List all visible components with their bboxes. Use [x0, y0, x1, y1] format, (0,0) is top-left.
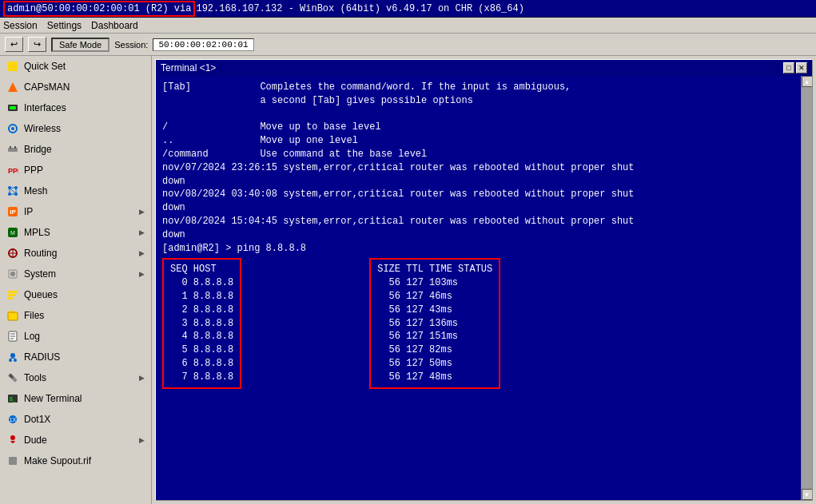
svg-line-41: [10, 358, 13, 359]
sidebar-item-label-tools: Tools: [24, 372, 46, 383]
svg-rect-31: [8, 297, 13, 300]
sidebar-item-new-terminal[interactable]: $_New Terminal: [0, 388, 151, 409]
title-bar: admin@50:00:00:02:00:01 (R2) via 192.168…: [0, 0, 816, 18]
svg-point-40: [14, 359, 17, 362]
safe-mode-button[interactable]: Safe Mode: [51, 38, 109, 52]
mpls-icon: M: [6, 226, 19, 239]
sidebar-item-label-log: Log: [24, 331, 40, 342]
newterminal-icon: $_: [6, 392, 19, 405]
sidebar-item-label-routing: Routing: [24, 248, 57, 259]
sidebar-item-capsman[interactable]: CAPsMAN: [0, 77, 151, 97]
menu-bar: Session Settings Dashboard: [0, 18, 816, 34]
scroll-track[interactable]: [802, 87, 812, 489]
sidebar-item-arrow-mpls: ▶: [139, 228, 145, 236]
terminal-content[interactable]: [Tab] Completes the command/word. If the…: [156, 76, 801, 500]
mesh-icon: [6, 185, 19, 197]
sidebar-item-dot1x[interactable]: 1XDot1X: [0, 409, 151, 430]
sidebar-item-label-ip: IP: [24, 206, 33, 217]
menu-session[interactable]: Session: [3, 20, 38, 31]
ppp-icon: PPP: [6, 164, 19, 177]
main-layout: ⚡Quick SetCAPsMANInterfacesWirelessBridg…: [0, 56, 816, 504]
sidebar-item-label-mpls: MPLS: [24, 227, 50, 238]
sidebar-item-label-wireless: Wireless: [24, 123, 61, 134]
sidebar-item-mesh[interactable]: Mesh: [0, 181, 151, 201]
sidebar-item-label-capsman: CAPsMAN: [24, 81, 70, 93]
terminal-title: Terminal <1>: [161, 62, 216, 73]
system-icon: [6, 268, 19, 280]
sidebar-item-radius[interactable]: RADIUS: [0, 347, 151, 367]
svg-point-6: [11, 127, 14, 130]
sidebar-item-ppp[interactable]: PPPPPP: [0, 160, 151, 181]
sidebar-item-queues[interactable]: Queues: [0, 284, 151, 305]
queues-icon: [6, 288, 19, 301]
svg-text:M: M: [10, 230, 15, 236]
terminal-window: Terminal <1> □ ✕ [Tab] Completes the com…: [155, 59, 813, 501]
sidebar-item-arrow-ip: ▶: [139, 208, 145, 216]
terminal-scrollbar[interactable]: ▲ ▼: [801, 76, 812, 500]
back-button[interactable]: ↩: [5, 37, 23, 52]
terminal-area: Terminal <1> □ ✕ [Tab] Completes the com…: [152, 56, 816, 504]
sidebar-item-make-support[interactable]: Make Supout.rif: [0, 450, 151, 471]
ip-icon: IP: [6, 205, 19, 218]
sidebar-item-wireless[interactable]: Wireless: [0, 118, 151, 139]
svg-point-28: [10, 272, 15, 276]
log-icon: [6, 330, 19, 343]
sidebar-item-ip[interactable]: IPIP▶: [0, 201, 151, 222]
quickset-icon: ⚡: [6, 60, 19, 73]
sidebar-item-tools[interactable]: Tools▶: [0, 367, 151, 388]
sidebar-item-log[interactable]: Log: [0, 326, 151, 347]
sidebar-item-label-bridge: Bridge: [24, 144, 52, 155]
session-value: 50:00:00:02:00:01: [153, 38, 253, 51]
terminal-titlebar-buttons: □ ✕: [783, 62, 807, 73]
makesupport-icon: [6, 454, 19, 467]
svg-rect-29: [8, 291, 18, 293]
sidebar-item-arrow-dude: ▶: [139, 436, 145, 444]
sidebar-item-dude[interactable]: Dude▶: [0, 430, 151, 450]
sidebar-item-label-make-support: Make Supout.rif: [24, 455, 91, 466]
sidebar-item-arrow-system: ▶: [139, 270, 145, 278]
svg-text:1X: 1X: [10, 417, 17, 423]
scroll-down-button[interactable]: ▼: [802, 489, 813, 500]
toolbar: ↩ ↪ Safe Mode Session: 50:00:00:02:00:01: [0, 34, 816, 56]
menu-dashboard[interactable]: Dashboard: [91, 20, 138, 31]
svg-line-42: [13, 358, 15, 359]
svg-rect-9: [14, 146, 16, 149]
svg-text:IP: IP: [10, 208, 16, 216]
dot1x-icon: 1X: [6, 413, 19, 426]
svg-rect-4: [10, 106, 16, 109]
sidebar-item-label-system: System: [24, 268, 56, 280]
sidebar: ⚡Quick SetCAPsMANInterfacesWirelessBridg…: [0, 56, 152, 504]
sidebar-item-bridge[interactable]: Bridge: [0, 139, 151, 160]
files-icon: [6, 309, 19, 322]
svg-text:⚡: ⚡: [9, 62, 17, 70]
ping-boxes-row: SEQ HOST 0 8.8.8.8 1 8.8.8.8 2 8.8.8.8 3…: [162, 258, 794, 388]
sidebar-item-label-quick-set: Quick Set: [24, 61, 66, 72]
sidebar-item-quick-set[interactable]: ⚡Quick Set: [0, 56, 151, 77]
session-label: Session:: [114, 40, 148, 50]
ping-right-box: SIZE TTL TIME STATUS 56 127 103ms 56 127…: [369, 258, 500, 388]
svg-rect-33: [8, 312, 18, 320]
sidebar-item-label-files: Files: [24, 310, 44, 321]
terminal-close-button[interactable]: ✕: [796, 62, 807, 73]
bridge-icon: [6, 143, 19, 156]
sidebar-item-routing[interactable]: Routing▶: [0, 243, 151, 264]
svg-marker-2: [8, 82, 18, 92]
menu-settings[interactable]: Settings: [47, 20, 82, 31]
title-rest: 192.168.107.132 - WinBox (64bit) v6.49.1…: [193, 2, 526, 15]
sidebar-item-files[interactable]: Files: [0, 305, 151, 326]
interfaces-icon: [6, 101, 19, 114]
sidebar-item-interfaces[interactable]: Interfaces: [0, 97, 151, 118]
terminal-titlebar: Terminal <1> □ ✕: [156, 60, 812, 76]
svg-point-39: [9, 359, 12, 362]
svg-point-38: [10, 353, 15, 358]
sidebar-item-system[interactable]: System▶: [0, 264, 151, 284]
ping-spacer: [265, 258, 345, 388]
svg-text:$_: $_: [10, 396, 16, 403]
forward-button[interactable]: ↪: [28, 37, 46, 52]
scroll-up-button[interactable]: ▲: [802, 76, 813, 87]
sidebar-item-arrow-tools: ▶: [139, 374, 145, 382]
svg-rect-7: [8, 148, 18, 152]
terminal-minimize-button[interactable]: □: [783, 62, 794, 73]
sidebar-item-mpls[interactable]: MMPLS▶: [0, 222, 151, 243]
svg-point-49: [10, 435, 15, 440]
